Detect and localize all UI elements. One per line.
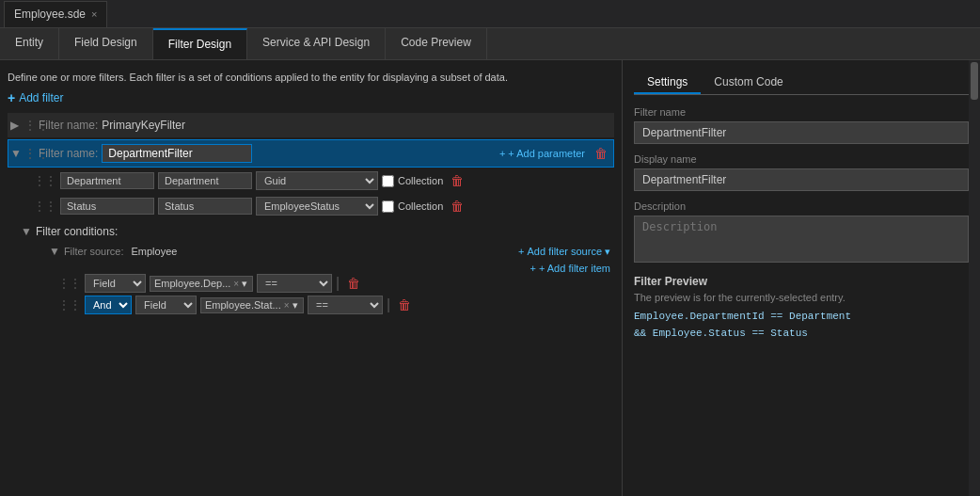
conditions-label: Filter conditions: (36, 225, 118, 238)
collection-checkbox-dept[interactable] (382, 175, 394, 187)
settings-tab-settings[interactable]: Settings (634, 72, 701, 94)
expand-down-icon-f2[interactable]: ▼ (10, 147, 24, 160)
file-tab-name: Employee.sde (14, 8, 86, 21)
param-col2-status[interactable] (158, 198, 252, 215)
tab-service-api-design[interactable]: Service & API Design (247, 28, 386, 59)
cond-operator-2[interactable]: == != > < (308, 296, 383, 314)
drag-icon-param1[interactable]: ⋮⋮ (34, 174, 56, 187)
add-filter-source-button[interactable]: + Add filter source ▾ (518, 246, 610, 258)
tab-code-preview[interactable]: Code Preview (386, 28, 487, 59)
cond-field-pill-1[interactable]: Employee.Dep... × ▾ (150, 276, 253, 292)
filter-name-field[interactable] (634, 121, 969, 144)
cond-field-type-1[interactable]: Field Value (85, 274, 146, 293)
add-parameter-button[interactable]: + + Add parameter (494, 146, 591, 161)
tab-bar: Employee.sde × (0, 0, 980, 28)
cond-pill-close-1[interactable]: × (233, 279, 239, 289)
filter-source-expand-icon[interactable]: ▼ (49, 245, 60, 258)
cond-separator-2: | (387, 296, 390, 313)
add-param-label: + Add parameter (508, 148, 585, 159)
add-filter-source-chevron: ▾ (605, 246, 610, 258)
cond-pill-close-2[interactable]: × (284, 300, 290, 311)
param-type-dept[interactable]: Guid String Int (256, 171, 378, 190)
condition-row-1: ⋮⋮ Field Value Employee.Dep... × ▾ == !=… (58, 274, 614, 293)
filter-preview-line1: Employee.DepartmentId == Department (634, 309, 969, 326)
filter-preview-code: Employee.DepartmentId == Department && E… (634, 309, 969, 342)
scrollbar[interactable] (969, 60, 980, 496)
filter-name-group: Filter name (634, 106, 969, 144)
collection-label-status: Collection (398, 200, 443, 212)
file-tab-close[interactable]: × (91, 8, 97, 20)
scrollbar-thumb[interactable] (971, 62, 978, 100)
right-panel: Settings Custom Code Filter name Display… (623, 60, 980, 496)
delete-cond-2-button[interactable]: 🗑 (394, 296, 415, 314)
cond-separator-1: | (336, 275, 340, 292)
filter-name-field-label: Filter name (634, 106, 969, 118)
param-col2-dept[interactable] (158, 172, 252, 189)
collection-label-dept: Collection (398, 175, 443, 186)
filter-name-label-1: Filter name: (39, 119, 98, 132)
filter-source-label: Filter source: (64, 246, 124, 257)
add-filter-item-plus-icon: + (530, 263, 535, 274)
param-col1-dept[interactable] (60, 172, 154, 189)
description-field[interactable] (634, 216, 969, 263)
display-name-field[interactable] (634, 168, 969, 191)
add-filter-item-label: + Add filter item (539, 263, 610, 274)
conditions-expand-icon[interactable]: ▼ (21, 225, 32, 238)
drag-icon-cond1[interactable]: ⋮⋮ (58, 277, 81, 290)
tab-filter-design[interactable]: Filter Design (153, 28, 247, 59)
delete-filter-button[interactable]: 🗑 (591, 144, 611, 163)
condition-row-2: ⋮⋮ And Or Field Value Employee.Stat... ×… (58, 296, 614, 314)
conditions-header: ▼ Filter conditions: (21, 221, 614, 242)
drag-icon-filter1[interactable]: ⋮⋮ (24, 118, 39, 133)
add-filter-button[interactable]: + Add filter (8, 88, 614, 113)
filter-preview: Filter Preview The preview is for the cu… (634, 275, 969, 342)
filter-preview-title: Filter Preview (634, 275, 969, 288)
cond-field-type-2[interactable]: Field Value (135, 296, 197, 314)
param-row-status: ⋮⋮ EmployeeStatus String Collection 🗑 (34, 195, 614, 217)
condition-items: ⋮⋮ Field Value Employee.Dep... × ▾ == !=… (21, 274, 614, 314)
filter-row-primary[interactable]: ▶ ⋮⋮ Filter name: (8, 113, 614, 137)
add-filter-source-label: Add filter source (528, 246, 602, 257)
main-layout: Define one or more filters. Each filter … (0, 60, 980, 496)
filter-preview-sub: The preview is for the currently-selecte… (634, 292, 969, 303)
tab-field-design[interactable]: Field Design (59, 28, 153, 59)
drag-icon-filter2[interactable]: ⋮⋮ (24, 146, 39, 161)
expand-right-icon[interactable]: ▶ (10, 119, 24, 132)
display-name-group: Display name (634, 153, 969, 191)
cond-and-select[interactable]: And Or (85, 296, 132, 314)
collection-checkbox-status[interactable] (382, 200, 394, 213)
cond-field-value-1: Employee.Dep... (154, 278, 230, 289)
conditions-section: ▼ Filter conditions: ▼ Filter source: Em… (8, 221, 614, 314)
cond-field-pill-2[interactable]: Employee.Stat... × ▾ (200, 297, 304, 313)
delete-param-dept-button[interactable]: 🗑 (447, 171, 467, 190)
delete-param-status-button[interactable]: 🗑 (447, 197, 467, 216)
filter-source-name: Employee (131, 246, 177, 257)
param-type-status[interactable]: EmployeeStatus String (256, 197, 378, 216)
cond-pill-chevron-2: ▾ (292, 299, 298, 312)
filter-row-department[interactable]: ▼ ⋮⋮ Filter name: + + Add parameter 🗑 (8, 139, 614, 168)
info-bar: Define one or more filters. Each filter … (8, 68, 614, 88)
add-filter-item-button[interactable]: + + Add filter item (530, 263, 610, 274)
cond-field-value-2: Employee.Stat... (205, 299, 281, 311)
description-field-label: Description (634, 200, 969, 212)
tab-entity[interactable]: Entity (0, 28, 59, 59)
add-filter-plus-icon: + (8, 90, 15, 105)
delete-cond-1-button[interactable]: 🗑 (343, 274, 364, 293)
cond-pill-chevron-1: ▾ (242, 278, 247, 290)
nav-tabs: Entity Field Design Filter Design Servic… (0, 28, 980, 60)
settings-tab-custom-code[interactable]: Custom Code (701, 72, 796, 94)
filter-name-input-2[interactable] (102, 144, 252, 163)
file-tab[interactable]: Employee.sde × (4, 1, 107, 27)
param-col1-status[interactable] (60, 198, 154, 215)
drag-icon-cond2[interactable]: ⋮⋮ (58, 298, 81, 312)
param-row-department: ⋮⋮ Guid String Int Collection 🗑 (34, 169, 614, 192)
cond-operator-1[interactable]: == != > < (257, 274, 332, 293)
collection-check-dept[interactable]: Collection (382, 175, 443, 187)
description-group: Description (634, 200, 969, 265)
filter-name-input-1[interactable] (102, 119, 611, 132)
add-filter-source-plus-icon: + (518, 246, 524, 257)
filter-source-row: ▼ Filter source: Employee + Add filter s… (21, 242, 614, 261)
drag-icon-param2[interactable]: ⋮⋮ (34, 200, 56, 213)
filter-preview-line2: && Employee.Status == Status (634, 326, 969, 343)
collection-check-status[interactable]: Collection (382, 200, 443, 213)
